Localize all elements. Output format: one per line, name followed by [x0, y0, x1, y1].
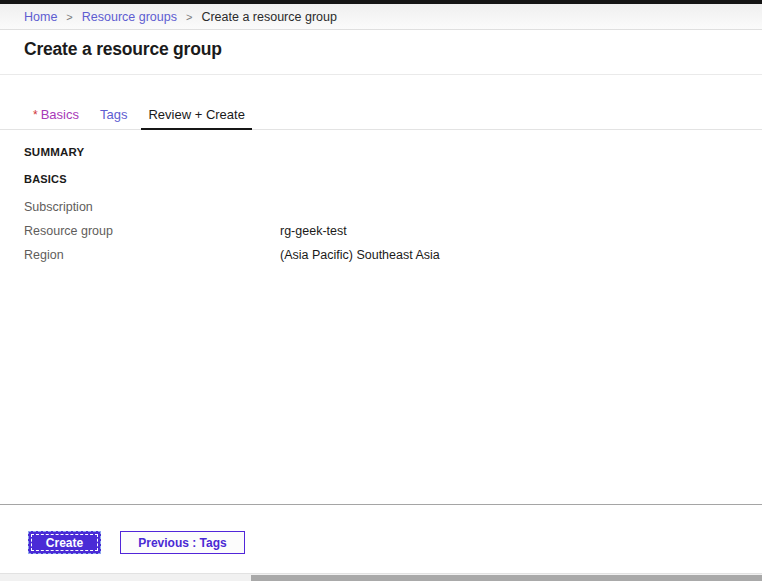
horizontal-scrollbar-thumb[interactable] [251, 575, 762, 581]
required-asterisk-icon: * [33, 108, 38, 122]
footer-bar: Create Previous : Tags [0, 504, 762, 554]
region-value: (Asia Pacific) Southeast Asia [280, 248, 440, 262]
footer-buttons: Create Previous : Tags [28, 531, 762, 554]
summary-section: SUMMARY BASICS Subscription Resource gro… [0, 130, 762, 262]
summary-row-region: Region (Asia Pacific) Southeast Asia [24, 248, 738, 262]
summary-heading: SUMMARY [24, 146, 738, 158]
breadcrumb-current-page: Create a resource group [201, 10, 337, 24]
region-label: Region [24, 248, 280, 262]
breadcrumb-link-home[interactable]: Home [24, 10, 57, 24]
summary-rows: Subscription Resource group rg-geek-test… [24, 200, 738, 262]
breadcrumb: Home > Resource groups > Create a resour… [0, 4, 762, 30]
basics-heading: BASICS [24, 173, 738, 185]
chevron-right-icon: > [186, 11, 192, 23]
tab-bar: *Basics Tags Review + Create [0, 107, 762, 130]
title-band: Create a resource group [0, 30, 762, 75]
tab-tags-label: Tags [100, 107, 127, 122]
page-title: Create a resource group [24, 39, 738, 60]
tab-review-create-label: Review + Create [148, 107, 244, 122]
horizontal-scrollbar-track[interactable] [0, 573, 762, 581]
tab-review-create[interactable]: Review + Create [148, 107, 244, 129]
create-button[interactable]: Create [28, 531, 101, 554]
resource-group-label: Resource group [24, 224, 280, 238]
chevron-right-icon: > [66, 11, 72, 23]
tab-basics-label: Basics [41, 107, 79, 122]
subscription-label: Subscription [24, 200, 280, 214]
summary-row-resource-group: Resource group rg-geek-test [24, 224, 738, 238]
summary-row-subscription: Subscription [24, 200, 738, 214]
tab-tags[interactable]: Tags [100, 107, 127, 129]
tab-basics[interactable]: *Basics [33, 107, 79, 129]
breadcrumb-link-resource-groups[interactable]: Resource groups [82, 10, 177, 24]
resource-group-value: rg-geek-test [280, 224, 347, 238]
previous-tags-button[interactable]: Previous : Tags [120, 531, 245, 554]
